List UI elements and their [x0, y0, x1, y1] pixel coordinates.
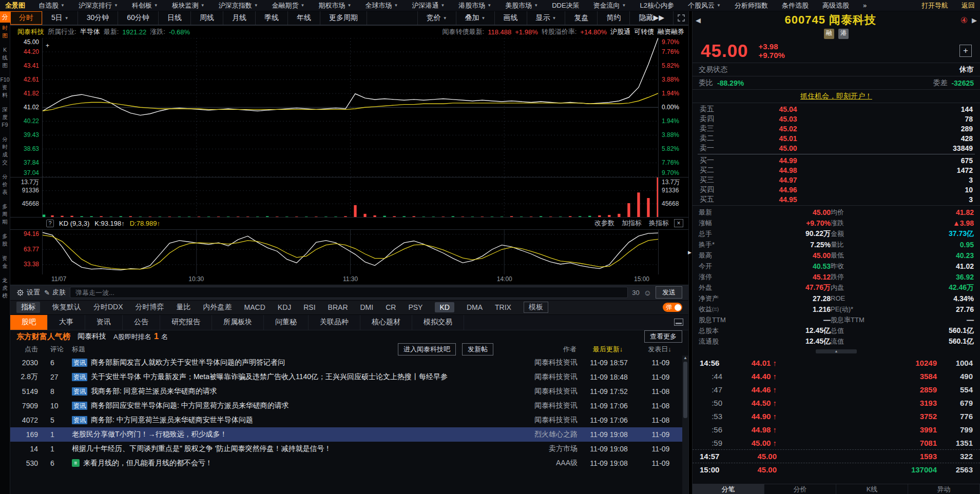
- period-tab-分时[interactable]: 分时: [10, 11, 43, 25]
- quote-tab-分价[interactable]: 分价: [764, 484, 836, 494]
- news-title-text[interactable]: 商务部: 中方同意荷兰派员来华磋商安世半导体问题: [91, 416, 253, 425]
- indicator-tab-CR[interactable]: CR: [386, 303, 396, 311]
- menu-item-沪深京指数[interactable]: 沪深京指数▼: [219, 1, 258, 10]
- chart-header-item[interactable]: 沪股通: [610, 27, 630, 36]
- indicator-tab-模板[interactable]: 模板: [524, 302, 548, 313]
- news-title-text[interactable]: 商务部新闻发言人就欧方关于安世半导体问题的声明答记者问: [91, 358, 285, 367]
- col-comments[interactable]: 评论: [43, 345, 72, 354]
- content-tab-所属板块[interactable]: 所属板块: [212, 315, 264, 330]
- period-tab-月线[interactable]: 月线: [223, 11, 256, 25]
- add-to-watchlist-button[interactable]: +: [959, 45, 972, 57]
- content-tab-股吧[interactable]: 股吧: [10, 315, 48, 330]
- indicator-tab-KD[interactable]: KD: [435, 302, 454, 312]
- chart-header-item[interactable]: 可转债: [634, 27, 654, 36]
- period-tab-日线[interactable]: 日线: [159, 11, 191, 25]
- news-row[interactable]: 51498资讯我商务部: 同意荷兰派员来华磋商的请求闻泰科技资讯11-09 17…: [10, 384, 688, 399]
- content-tab-核心题材[interactable]: 核心题材: [360, 315, 412, 330]
- content-tab-大事[interactable]: 大事: [48, 315, 85, 330]
- period-tab-周线[interactable]: 周线: [191, 11, 223, 25]
- orderbook-row[interactable]: 买二44.981472: [693, 165, 980, 175]
- col-date-sort[interactable]: 发表日↓: [639, 345, 680, 354]
- orderbook-row[interactable]: 买五44.953: [693, 194, 980, 204]
- news-row[interactable]: 790910资讯商务部回应安世半导体问题: 中方同意荷方派员来华磋商的请求闻泰科…: [10, 399, 688, 413]
- menu-item-自选股[interactable]: 自选股▼: [39, 1, 65, 10]
- orderbook-row[interactable]: 卖一45.0033849: [693, 143, 980, 153]
- indicator-tab-MACD[interactable]: MACD: [244, 303, 265, 311]
- news-author[interactable]: AAA级: [501, 459, 578, 468]
- close-indicator-icon[interactable]: ×: [674, 219, 683, 227]
- orderbook-row[interactable]: 卖五45.04144: [693, 104, 980, 114]
- brand-panorama[interactable]: 全景图: [5, 1, 25, 10]
- news-author[interactable]: 闻泰科技资讯: [501, 416, 578, 425]
- tool-竞价[interactable]: 竞价▼: [417, 11, 456, 25]
- sidebar-item-多周期[interactable]: 多周期: [2, 203, 8, 226]
- col-title[interactable]: 标题: [72, 345, 398, 354]
- news-title[interactable]: 资讯我商务部: 同意荷兰派员来华磋商的请求: [72, 387, 501, 396]
- col-clicks[interactable]: 点击: [10, 345, 43, 354]
- news-row[interactable]: 141根据几十年经历、下周谈判重点是" 股权之争 '防止闻泰突然停盘！减持就是信…: [10, 442, 688, 456]
- next-stock-icon[interactable]: ▶: [972, 16, 977, 24]
- tick-row[interactable]: 14:5745.001593322: [693, 449, 980, 463]
- orderbook-row[interactable]: 买一44.99675: [693, 155, 980, 165]
- scrollbar-thumb[interactable]: [683, 362, 687, 418]
- settings-button[interactable]: 设置: [16, 288, 40, 297]
- indicator-tab-恢复默认[interactable]: 恢复默认: [52, 303, 81, 312]
- indicator-tab-PSY[interactable]: PSY: [408, 303, 422, 311]
- menu-item-L2核心内参[interactable]: L2核心内参: [640, 1, 674, 10]
- skin-button[interactable]: ✎ 皮肤: [44, 288, 66, 297]
- sidebar-item-分时图[interactable]: 分时图: [0, 11, 10, 39]
- news-title-text[interactable]: 根据几十年经历、下周谈判重点是" 股权之争 '防止闻泰突然停盘！减持就是信号！: [72, 444, 331, 453]
- menu-item-板块监测[interactable]: 板块监测▼: [172, 1, 205, 10]
- orderbook-row[interactable]: 买四44.9610: [693, 185, 980, 194]
- indicator-tab-内外盘差[interactable]: 内外盘差: [203, 303, 232, 312]
- tick-row[interactable]: :4444.40 ↑3584490: [693, 369, 980, 383]
- new-post-button[interactable]: 发新帖: [462, 343, 493, 355]
- topbar-返回[interactable]: 返回: [962, 1, 975, 10]
- tick-row[interactable]: :5644.98 ↑3991799: [693, 423, 980, 436]
- news-title[interactable]: 根据几十年经历、下周谈判重点是" 股权之争 '防止闻泰突然停盘！减持就是信号！: [72, 444, 501, 453]
- open-account-link[interactable]: 抓住机会，即刻开户！: [800, 92, 872, 101]
- sidebar-item-F10资料[interactable]: F10资料: [0, 76, 10, 99]
- menu-item-个股风云[interactable]: 个股风云▼: [688, 1, 721, 10]
- news-scrollbar[interactable]: ▲: [682, 355, 688, 494]
- news-title-text[interactable]: 商务部回应安世半导体问题: 中方同意荷方派员来华磋商的请求: [91, 401, 289, 410]
- sidebar-item-多股[interactable]: 多股: [2, 232, 8, 248]
- indicator-tab-分时博弈[interactable]: 分时博弈: [136, 303, 164, 312]
- tick-row[interactable]: :4744.46 ↑2859554: [693, 383, 980, 396]
- tick-row[interactable]: :5945.00 ↑70811351: [693, 436, 980, 449]
- sidebar-item-分时成交[interactable]: 分时成交: [2, 135, 8, 166]
- danmu-toggle[interactable]: 弹: [663, 303, 682, 312]
- period-tab-年线[interactable]: 年线: [288, 11, 320, 25]
- quote-tab-K线[interactable]: K线: [836, 484, 908, 494]
- col-updated-sort[interactable]: 最后更新↓: [577, 345, 639, 354]
- popout-icon[interactable]: [674, 319, 683, 326]
- sidebar-item-深度F9[interactable]: 深度F9: [2, 106, 8, 129]
- volume-plot[interactable]: [42, 177, 659, 217]
- chart-header-item[interactable]: 融资融券: [658, 27, 684, 36]
- indicator-tab-分时DDX[interactable]: 分时DDX: [93, 303, 123, 312]
- splitter-handle-icon[interactable]: ▶: [688, 250, 691, 255]
- tick-row[interactable]: :5344.90 ↑3752776: [693, 409, 980, 423]
- send-button[interactable]: 发送: [656, 286, 682, 299]
- news-author[interactable]: 闻泰科技资讯: [501, 372, 578, 382]
- news-author[interactable]: 闻泰科技资讯: [501, 387, 578, 396]
- alert-count-badge[interactable]: ④: [960, 15, 968, 25]
- news-title[interactable]: 资讯商务部: 中方同意荷兰派员来华磋商安世半导体问题: [72, 416, 501, 425]
- period-tab-60分钟[interactable]: 60分钟: [118, 11, 159, 25]
- indicator-tab-DMI[interactable]: DMI: [360, 303, 374, 311]
- menu-item-»[interactable]: »: [863, 1, 867, 10]
- news-title-text[interactable]: 我商务部: 同意荷兰派员来华磋商的请求: [91, 387, 217, 396]
- indicator-tab-KDJ[interactable]: KDJ: [278, 303, 291, 311]
- orderbook-row[interactable]: 卖三45.02289: [693, 124, 980, 133]
- panel-splitter[interactable]: ▶: [688, 11, 693, 494]
- col-author[interactable]: 作者: [499, 345, 577, 354]
- menu-item-全球市场[interactable]: 全球市场▼: [365, 1, 398, 10]
- indicator-tab-量比[interactable]: 量比: [177, 303, 191, 312]
- news-author[interactable]: 烈火雄心之路: [501, 430, 578, 439]
- tool-显示[interactable]: 显示▼: [527, 11, 565, 25]
- news-title[interactable]: 资讯商务部回应安世半导体问题: 中方同意荷方派员来华磋商的请求: [72, 401, 501, 410]
- menu-item-高级选股[interactable]: 高级选股: [822, 1, 849, 10]
- indicator-tool-加指标[interactable]: 加指标: [622, 219, 642, 228]
- topbar-打开导航[interactable]: 打开导航: [921, 1, 948, 10]
- help-icon[interactable]: ?: [46, 220, 54, 227]
